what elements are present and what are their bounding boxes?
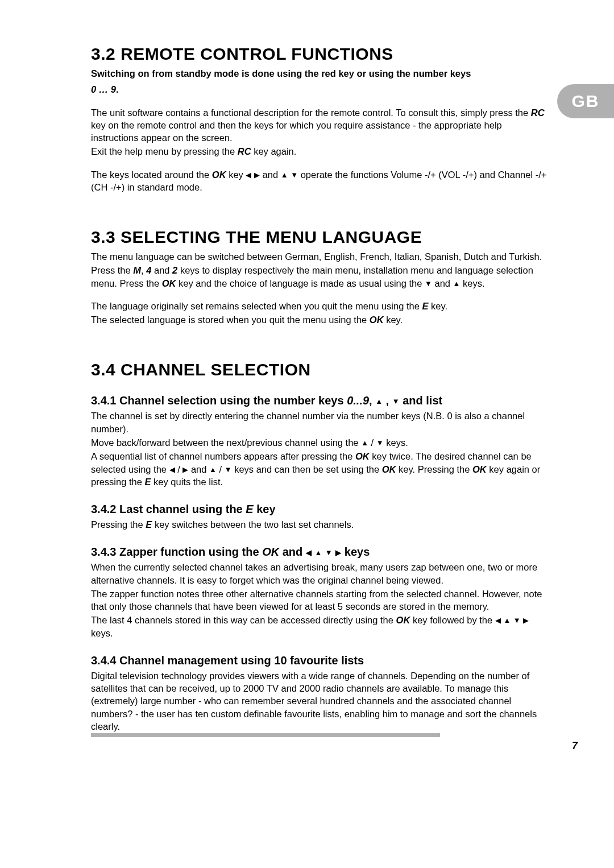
- triangle-right-icon: ▶: [254, 170, 260, 180]
- heading-3-4-4: 3.4.4 Channel management using 10 favour…: [91, 654, 551, 667]
- heading-3-4-1: 3.4.1 Channel selection using the number…: [91, 394, 551, 407]
- triangle-right-icon: ▶: [182, 465, 188, 475]
- para-lang-keys: Press the M, 4 and 2 keys to display res…: [91, 264, 551, 290]
- para-rc-exit: Exit the help menu by pressing the RC ke…: [91, 145, 551, 158]
- para-lang-ok: The selected language is stored when you…: [91, 313, 551, 326]
- heading-3-4-3: 3.4.3 Zapper function using the OK and ◀…: [91, 545, 551, 559]
- heading-3-3: 3.3 SELECTING THE MENU LANGUAGE: [91, 228, 551, 247]
- triangle-down-icon: ▼: [225, 465, 232, 475]
- triangle-up-icon: ▲: [453, 279, 460, 289]
- para-ok-arrows: The keys located around the OK key ◀ ▶ a…: [91, 168, 551, 194]
- para-344: Digital television technology provides v…: [91, 669, 551, 733]
- triangle-up-icon: ▲: [281, 170, 288, 180]
- triangle-down-icon: ▼: [513, 615, 521, 626]
- para-rc-help: The unit software contains a functional …: [91, 106, 551, 144]
- triangle-left-icon: ◀: [306, 548, 312, 557]
- page-number: 7: [572, 740, 578, 752]
- heading-3-2: 3.2 REMOTE CONTROL FUNCTIONS: [91, 44, 551, 64]
- triangle-down-icon: ▼: [392, 397, 400, 406]
- triangle-up-icon: ▲: [503, 615, 511, 626]
- para-lang-list: The menu language can be switched betwee…: [91, 250, 551, 263]
- heading-3-4-2: 3.4.2 Last channel using the E key: [91, 503, 551, 516]
- para-341-3: A sequential list of channel numbers app…: [91, 450, 551, 488]
- para-343-1: When the currently selected channel take…: [91, 561, 551, 586]
- triangle-down-icon: ▼: [376, 438, 384, 448]
- triangle-left-icon: ◀: [246, 170, 251, 180]
- footer-rule: [91, 733, 440, 737]
- triangle-down-icon: ▼: [425, 279, 432, 289]
- triangle-left-icon: ◀: [495, 615, 501, 626]
- intro-line-2: 0 … 9.: [91, 83, 551, 96]
- heading-3-4: 3.4 CHANNEL SELECTION: [91, 360, 551, 379]
- para-343-2: The zapper function notes three other al…: [91, 588, 551, 613]
- para-341-2: Move back/forward between the next/previ…: [91, 436, 551, 449]
- triangle-right-icon: ▶: [523, 615, 529, 626]
- para-lang-e: The language originally set remains sele…: [91, 300, 551, 312]
- para-341-1: The channel is set by directly entering …: [91, 410, 551, 435]
- triangle-down-icon: ▼: [325, 548, 333, 557]
- triangle-up-icon: ▲: [314, 548, 322, 557]
- triangle-up-icon: ▲: [361, 438, 368, 448]
- triangle-down-icon: ▼: [291, 170, 298, 180]
- triangle-left-icon: ◀: [169, 465, 175, 475]
- triangle-up-icon: ▲: [209, 465, 217, 475]
- language-tab-gb: GB: [557, 84, 614, 118]
- triangle-right-icon: ▶: [335, 548, 341, 557]
- manual-page: GB 3.2 REMOTE CONTROL FUNCTIONS Switchin…: [0, 0, 614, 868]
- para-342: Pressing the E key switches between the …: [91, 518, 551, 531]
- para-343-3: The last 4 channels stored in this way c…: [91, 614, 551, 639]
- triangle-up-icon: ▲: [375, 397, 383, 406]
- intro-line-1: Switching on from standby mode is done u…: [91, 67, 551, 80]
